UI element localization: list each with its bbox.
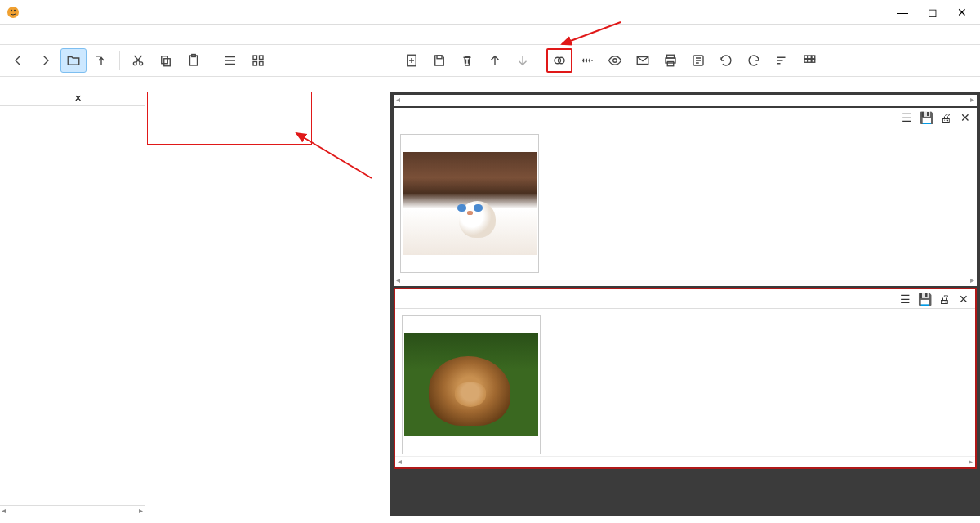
- document-panel-2[interactable]: ☰ 💾 🖨 ✕ ◂▸: [394, 288, 977, 469]
- svg-rect-23: [804, 56, 808, 59]
- folder-panel-close[interactable]: ✕: [71, 93, 145, 104]
- menubar: [0, 25, 980, 44]
- svg-point-4: [140, 62, 143, 65]
- selection-annotation: [147, 92, 312, 145]
- svg-point-16: [559, 57, 565, 64]
- svg-rect-11: [253, 62, 257, 66]
- doc-close-icon[interactable]: ✕: [959, 111, 972, 124]
- file-list[interactable]: [145, 92, 390, 95]
- window-titlebar: — ◻ ✕: [0, 0, 980, 25]
- doc-print-icon[interactable]: 🖨: [939, 111, 952, 124]
- menu-edit[interactable]: [26, 33, 42, 36]
- up-folder-button[interactable]: [88, 48, 114, 73]
- toolbar-left: [0, 45, 390, 76]
- svg-point-17: [613, 59, 617, 63]
- svg-rect-24: [808, 56, 812, 59]
- path-bar: [0, 77, 980, 92]
- preview-panel: ◂▸ ☰ 💾 🖨 ✕ ◂▸ ☰ 💾: [390, 92, 980, 516]
- close-button[interactable]: ✕: [957, 6, 967, 19]
- move-down-button[interactable]: [510, 48, 536, 73]
- svg-rect-14: [437, 56, 442, 59]
- compress-button[interactable]: [574, 48, 600, 73]
- svg-rect-25: [812, 56, 815, 59]
- doc-menu-icon[interactable]: ☰: [898, 293, 911, 306]
- cut-button[interactable]: [125, 48, 151, 73]
- page-thumbnail[interactable]: [400, 134, 539, 273]
- page-thumbnail[interactable]: [402, 315, 541, 454]
- merge-button[interactable]: [546, 48, 572, 73]
- doc-scrollbar[interactable]: ◂▸: [394, 275, 977, 286]
- svg-rect-10: [260, 56, 264, 60]
- open-folder-button[interactable]: [60, 48, 87, 73]
- preview-button[interactable]: [602, 48, 628, 73]
- svg-rect-12: [260, 62, 264, 66]
- lion-image: [404, 333, 538, 436]
- doc-print-icon[interactable]: 🖨: [938, 293, 951, 306]
- copy-button[interactable]: [153, 48, 179, 73]
- tiles-button[interactable]: [796, 48, 822, 73]
- maximize-button[interactable]: ◻: [928, 6, 938, 19]
- svg-point-0: [7, 7, 19, 18]
- list-view-button[interactable]: [217, 48, 243, 73]
- cat-image: [403, 152, 537, 255]
- new-doc-button[interactable]: [399, 48, 425, 73]
- menu-view[interactable]: [46, 33, 62, 36]
- svg-rect-28: [812, 60, 815, 63]
- forward-button[interactable]: [33, 48, 59, 73]
- svg-rect-5: [162, 56, 168, 64]
- folder-tree[interactable]: [0, 106, 145, 505]
- fax-button[interactable]: [685, 48, 711, 73]
- rotate-left-button[interactable]: [713, 48, 739, 73]
- folder-tree-panel: ✕ ◂▸: [0, 92, 145, 516]
- app-icon: [7, 6, 20, 19]
- doc-menu-icon[interactable]: ☰: [900, 111, 913, 124]
- svg-point-1: [11, 9, 12, 11]
- doc-stub-scrollbar[interactable]: ◂▸: [394, 95, 977, 106]
- sort-button[interactable]: [768, 48, 795, 73]
- document-panel-1[interactable]: ☰ 💾 🖨 ✕ ◂▸: [394, 108, 977, 286]
- doc-close-icon[interactable]: ✕: [957, 293, 970, 306]
- menu-help[interactable]: [85, 33, 101, 36]
- svg-rect-6: [164, 59, 171, 66]
- doc-save-icon[interactable]: 💾: [920, 111, 933, 124]
- toolbar-right: [390, 45, 978, 76]
- file-list-panel: [145, 92, 390, 516]
- tree-scrollbar[interactable]: ◂▸: [0, 505, 145, 516]
- grid-view-button[interactable]: [245, 48, 271, 73]
- svg-rect-27: [808, 60, 812, 63]
- menu-file[interactable]: [7, 33, 23, 36]
- minimize-button[interactable]: —: [897, 6, 908, 19]
- svg-rect-21: [667, 62, 674, 66]
- back-button[interactable]: [5, 48, 31, 73]
- svg-rect-26: [804, 60, 808, 63]
- email-button[interactable]: [630, 48, 656, 73]
- delete-button[interactable]: [454, 48, 480, 73]
- print-button[interactable]: [657, 48, 684, 73]
- doc-scrollbar[interactable]: ◂▸: [395, 456, 975, 467]
- rotate-right-button[interactable]: [741, 48, 767, 73]
- move-up-button[interactable]: [482, 48, 508, 73]
- doc-save-icon[interactable]: 💾: [918, 293, 931, 306]
- svg-rect-9: [253, 56, 257, 60]
- svg-point-2: [14, 9, 16, 11]
- menu-tools[interactable]: [65, 33, 82, 36]
- svg-point-3: [133, 62, 136, 65]
- paste-button[interactable]: [180, 48, 207, 73]
- save-button[interactable]: [426, 48, 452, 73]
